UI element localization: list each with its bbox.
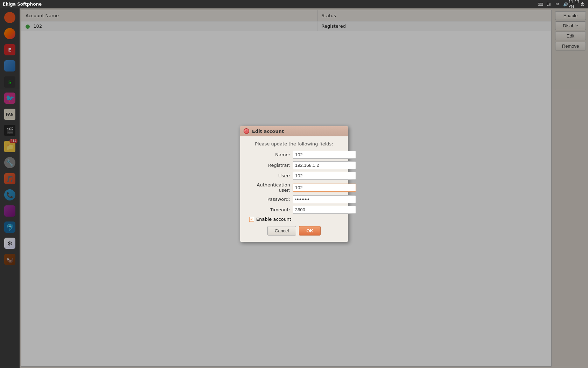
timeout-label: Timeout: [246, 207, 293, 212]
keyboard-icon: ⌨ [538, 1, 543, 7]
enable-account-checkbox[interactable]: ✓ [249, 217, 254, 222]
volume-icon: 🔊 [563, 1, 568, 7]
enable-account-label: Enable account [256, 217, 291, 222]
edit-account-dialog: ✕ Edit account Please update the followi… [240, 126, 348, 242]
modal-titlebar: ✕ Edit account [240, 126, 348, 136]
auth-user-label: Authentication user: [246, 182, 293, 193]
name-label: Name: [246, 152, 293, 157]
password-input[interactable] [293, 195, 356, 203]
registrar-label: Registrar: [246, 163, 293, 168]
auth-user-row: Authentication user: [246, 182, 342, 193]
power-icon: ⏻ [580, 1, 585, 7]
user-input[interactable] [293, 172, 356, 180]
timeout-row: Timeout: [246, 206, 342, 214]
modal-overlay: ✕ Edit account Please update the followi… [0, 0, 588, 368]
taskbar-right: ⌨ En ✉ 🔊 11:17 PM ⏻ [538, 1, 585, 7]
user-row: User: [246, 172, 342, 180]
modal-title: Edit account [252, 129, 284, 134]
app-title: Ekiga Softphone [3, 2, 42, 7]
auth-user-input[interactable] [293, 184, 356, 192]
modal-buttons: Cancel OK [246, 226, 342, 237]
time-display: 11:17 PM [571, 1, 577, 7]
registrar-input[interactable] [293, 161, 356, 169]
name-row: Name: [246, 151, 342, 159]
password-label: Password: [246, 197, 293, 202]
email-icon: ✉ [554, 1, 560, 7]
user-label: User: [246, 173, 293, 178]
password-row: Password: [246, 195, 342, 203]
modal-close-button[interactable]: ✕ [244, 128, 249, 134]
cancel-button[interactable]: Cancel [267, 226, 296, 236]
registrar-row: Registrar: [246, 161, 342, 169]
name-input[interactable] [293, 151, 356, 159]
modal-subtitle: Please update the following fields: [246, 141, 342, 146]
modal-body: Please update the following fields: Name… [240, 136, 348, 242]
taskbar: Ekiga Softphone ⌨ En ✉ 🔊 11:17 PM ⏻ [0, 0, 588, 8]
ok-button[interactable]: OK [299, 226, 321, 236]
language-icon: En [546, 1, 552, 7]
timeout-input[interactable] [293, 206, 356, 214]
enable-account-row: ✓ Enable account [246, 217, 342, 222]
